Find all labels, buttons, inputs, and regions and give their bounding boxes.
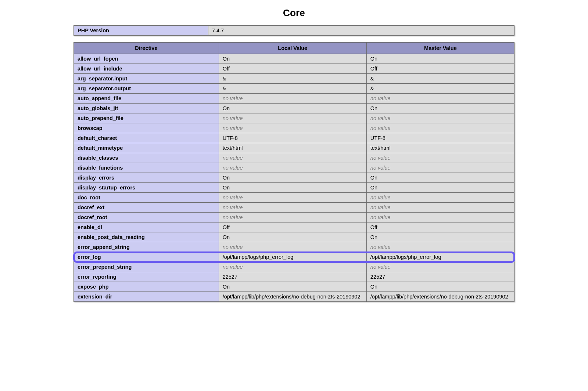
table-row: error_reporting2252722527 — [74, 272, 514, 282]
directive-name: allow_url_fopen — [74, 54, 219, 64]
table-row: display_errorsOnOn — [74, 173, 514, 183]
directive-master-value: no value — [366, 153, 514, 163]
directive-name: display_errors — [74, 173, 219, 183]
directive-name: enable_dl — [74, 222, 219, 232]
directive-master-value: On — [366, 173, 514, 183]
no-value-label: no value — [370, 125, 391, 131]
directive-master-value: 22527 — [366, 272, 514, 282]
no-value-label: no value — [223, 155, 243, 161]
directive-name: docref_root — [74, 213, 219, 222]
no-value-label: no value — [370, 195, 391, 200]
directive-name: error_reporting — [74, 272, 219, 282]
directive-local-value: no value — [219, 242, 366, 252]
directive-local-value: no value — [219, 163, 366, 173]
no-value-label: no value — [370, 244, 391, 250]
no-value-label: no value — [370, 155, 391, 161]
php-version-label: PHP Version — [74, 26, 208, 36]
directive-local-value: 22527 — [219, 272, 366, 282]
directive-name: error_log — [74, 252, 219, 262]
directive-name: extension_dir — [74, 292, 219, 302]
directive-name: browscap — [74, 123, 219, 133]
directive-master-value: & — [366, 74, 514, 84]
table-row: arg_separator.input&& — [74, 74, 514, 84]
no-value-label: no value — [370, 204, 391, 210]
directive-name: auto_globals_jit — [74, 104, 219, 113]
no-value-label: no value — [223, 115, 243, 121]
table-row: doc_rootno valueno value — [74, 193, 514, 203]
php-version-row: PHP Version 7.4.7 — [74, 26, 514, 36]
table-row: expose_phpOnOn — [74, 282, 514, 292]
php-version-table: PHP Version 7.4.7 — [74, 25, 514, 36]
table-row: allow_url_fopenOnOn — [74, 54, 514, 64]
table-row: error_prepend_stringno valueno value — [74, 262, 514, 272]
table-row: auto_prepend_fileno valueno value — [74, 113, 514, 123]
table-row: default_mimetypetext/htmltext/html — [74, 143, 514, 153]
directive-local-value: & — [219, 74, 366, 84]
directive-local-value: Off — [219, 222, 366, 232]
directive-name: disable_functions — [74, 163, 219, 173]
directive-master-value: no value — [366, 213, 514, 222]
directive-local-value: no value — [219, 262, 366, 272]
no-value-label: no value — [223, 195, 243, 200]
table-row: disable_classesno valueno value — [74, 153, 514, 163]
directive-local-value: /opt/lampp/lib/php/extensions/no-debug-n… — [219, 292, 366, 302]
no-value-label: no value — [223, 244, 243, 250]
no-value-label: no value — [370, 165, 391, 171]
table-row: enable_post_data_readingOnOn — [74, 232, 514, 242]
directive-name: error_prepend_string — [74, 262, 219, 272]
directive-name: disable_classes — [74, 153, 219, 163]
directive-master-value: /opt/lampp/logs/php_error_log — [366, 252, 514, 262]
directive-name: doc_root — [74, 193, 219, 203]
no-value-label: no value — [370, 95, 391, 101]
table-row: default_charsetUTF-8UTF-8 — [74, 133, 514, 143]
directive-name: allow_url_include — [74, 64, 219, 74]
table-row: enable_dlOffOff — [74, 222, 514, 232]
directive-master-value: Off — [366, 64, 514, 74]
directives-header-row: Directive Local Value Master Value — [74, 43, 514, 54]
directive-local-value: no value — [219, 113, 366, 123]
no-value-label: no value — [223, 165, 243, 171]
directive-master-value: Off — [366, 222, 514, 232]
directive-local-value: On — [219, 54, 366, 64]
no-value-label: no value — [223, 204, 243, 210]
table-row: error_append_stringno valueno value — [74, 242, 514, 252]
directive-local-value: UTF-8 — [219, 133, 366, 143]
no-value-label: no value — [223, 214, 243, 220]
table-row: docref_extno valueno value — [74, 203, 514, 213]
directive-master-value: no value — [366, 203, 514, 213]
directive-name: docref_ext — [74, 203, 219, 213]
directive-name: auto_prepend_file — [74, 113, 219, 123]
directive-master-value: On — [366, 232, 514, 242]
directive-name: arg_separator.input — [74, 74, 219, 84]
directive-master-value: On — [366, 183, 514, 193]
directive-local-value: On — [219, 232, 366, 242]
directives-table: Directive Local Value Master Value allow… — [74, 42, 514, 302]
header-local-value: Local Value — [219, 43, 366, 54]
directive-local-value: On — [219, 183, 366, 193]
directive-master-value: no value — [366, 193, 514, 203]
directive-local-value: no value — [219, 123, 366, 133]
table-row: browscapno valueno value — [74, 123, 514, 133]
section-title: Core — [74, 7, 514, 19]
directive-name: error_append_string — [74, 242, 219, 252]
table-row: auto_globals_jitOnOn — [74, 104, 514, 113]
directive-master-value: /opt/lampp/lib/php/extensions/no-debug-n… — [366, 292, 514, 302]
directive-local-value: no value — [219, 213, 366, 222]
directive-local-value: no value — [219, 193, 366, 203]
directive-local-value: no value — [219, 203, 366, 213]
header-directive: Directive — [74, 43, 219, 54]
directive-local-value: no value — [219, 153, 366, 163]
directive-master-value: no value — [366, 262, 514, 272]
directive-master-value: On — [366, 104, 514, 113]
directive-master-value: no value — [366, 123, 514, 133]
no-value-label: no value — [223, 264, 243, 270]
table-row: arg_separator.output&& — [74, 84, 514, 94]
table-row: disable_functionsno valueno value — [74, 163, 514, 173]
directive-master-value: no value — [366, 113, 514, 123]
directive-name: default_mimetype — [74, 143, 219, 153]
no-value-label: no value — [370, 214, 391, 220]
table-row: extension_dir/opt/lampp/lib/php/extensio… — [74, 292, 514, 302]
no-value-label: no value — [370, 115, 391, 121]
directive-name: arg_separator.output — [74, 84, 219, 94]
directive-master-value: text/html — [366, 143, 514, 153]
